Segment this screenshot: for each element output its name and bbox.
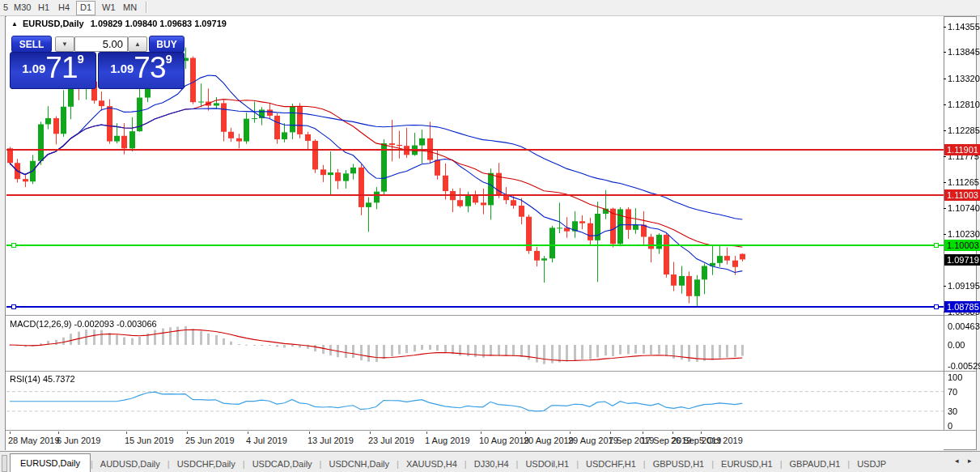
timeframe-toolbar: 5M30H1H4D1W1MN [0, 0, 980, 16]
date-axis[interactable]: 28 May 20196 Jun 201915 Jun 201925 Jun 2… [6, 432, 944, 450]
price-level-box: 1.09719 [944, 254, 980, 266]
date-tick-mark [672, 432, 673, 434]
timeframe-button-w1[interactable]: W1 [99, 1, 119, 14]
rsi-indicator-canvas[interactable] [6, 372, 944, 430]
date-tick-mark [248, 432, 248, 434]
price-axis-label: 1.11265 [948, 177, 979, 187]
rsi-axis-label: 0 [948, 421, 952, 431]
chart-tab[interactable]: AUDUSD,Daily [93, 455, 168, 472]
rsi-axis-label: 30 [948, 406, 957, 416]
price-axis-tick [944, 79, 946, 79]
chart-tab[interactable]: USDCHF,Daily [170, 455, 243, 472]
timeframe-button-m30[interactable]: M30 [11, 1, 34, 14]
volume-input[interactable] [74, 36, 128, 52]
date-tick-label: 25 Jun 2019 [185, 436, 235, 445]
chart-tab[interactable]: GBPUSD,H1 [646, 455, 712, 472]
price-axis-tick [944, 234, 946, 235]
chart-tab[interactable]: EURUSD,Daily [10, 453, 91, 472]
timeframe-button-h4[interactable]: H4 [55, 1, 73, 14]
rsi-axis-label: 70 [948, 387, 957, 397]
timeframe-button-mn[interactable]: MN [120, 1, 140, 14]
chevron-up-icon: ▲ [134, 40, 141, 48]
date-tick-mark [525, 432, 526, 434]
date-tick-mark [426, 432, 427, 434]
price-level-box: 1.11901 [944, 144, 980, 155]
tab-bar-notch [2, 455, 7, 472]
price-axis-tick [944, 182, 946, 183]
panel-separator[interactable] [6, 315, 976, 317]
chart-tab[interactable]: USDJP [850, 455, 893, 472]
volume-increase-button[interactable]: ▲ [128, 36, 147, 52]
date-tick-mark [481, 432, 482, 434]
timeframe-button-5[interactable]: 5 [0, 1, 11, 14]
chart-header: ▲EURUSD,Daily1.09829 1.09840 1.09683 1.0… [11, 19, 227, 30]
price-level-box: 1.08785 [944, 301, 980, 313]
price-level-box: 1.11003 [944, 189, 980, 201]
chart-tab[interactable]: USDCNH,Daily [321, 455, 397, 472]
date-tick-mark [701, 432, 702, 434]
date-tick-label: 13 Jul 2019 [308, 436, 354, 445]
panel-separator[interactable] [6, 371, 976, 372]
buy-big-figure: 1.09 [110, 62, 134, 75]
date-tick-label: 1 Aug 2019 [425, 436, 470, 445]
chart-tab[interactable]: GBPAUD,H1 [783, 455, 848, 472]
date-tick-mark [370, 432, 371, 434]
buy-button[interactable]: BUY [149, 36, 185, 53]
chevron-down-icon: ▼ [62, 40, 68, 48]
macd-axis-label: -0.005299 [948, 361, 980, 371]
date-tick-label: 10 Aug 2019 [479, 436, 529, 445]
chart-symbol-title: EURUSD,Daily [23, 19, 84, 28]
price-axis-tick [944, 286, 946, 287]
date-tick-mark [643, 432, 643, 434]
date-tick-label: 5 Oct 2019 [699, 436, 743, 445]
price-axis-label: 1.10230 [948, 229, 980, 239]
price-axis-label: 1.10740 [948, 203, 980, 213]
timeframe-button-d1[interactable]: D1 [76, 1, 95, 15]
date-tick-mark [126, 432, 127, 434]
sell-pipette: 9 [78, 52, 84, 66]
sell-price-tile[interactable]: 1.09719 [10, 52, 96, 89]
volume-decrease-button[interactable]: ▼ [55, 36, 74, 52]
chart-tab[interactable]: USDCHF,H1 [579, 455, 643, 472]
chart-tab[interactable]: USDCAD,Daily [245, 455, 320, 472]
price-axis-tick [944, 156, 946, 157]
date-tick-label: 20 Aug 2019 [524, 436, 574, 445]
price-axis-label: 1.13845 [948, 47, 980, 57]
buy-price-tile[interactable]: 1.09739 [98, 52, 185, 89]
price-axis-label: 1.14355 [948, 22, 980, 32]
price-level-box: 1.10003 [944, 240, 980, 251]
macd-axis-label: 0.00 [948, 340, 965, 350]
price-axis-label: 1.12810 [948, 100, 980, 109]
rsi-axis-label: 100 [948, 372, 962, 382]
price-axis-tick [944, 52, 946, 53]
price-axis-label: 1.09195 [948, 281, 980, 291]
macd-label: MACD(12,26,9) -0.002093 -0.003066 [10, 319, 157, 330]
chart-tab[interactable]: USDOil,H1 [518, 455, 576, 472]
chart-tab[interactable]: DJ30,H4 [467, 455, 516, 472]
price-axis-label: 1.12285 [948, 125, 980, 135]
date-tick-mark [58, 432, 59, 434]
tab-strip: EURUSD,Daily|AUDUSD,Daily|USDCHF,Daily|U… [10, 454, 893, 472]
sell-big-figure: 1.09 [22, 62, 45, 75]
tabs-scroll-left-icon[interactable]: ◂ [955, 457, 959, 465]
chart-ohlc-values: 1.09829 1.09840 1.09683 1.09719 [91, 19, 227, 28]
collapse-trade-panel-icon[interactable]: ▲ [11, 20, 18, 28]
date-tick-label: 28 May 2019 [8, 436, 60, 445]
date-tick-mark [570, 432, 571, 434]
sell-pips: 71 [45, 51, 77, 84]
rsi-label: RSI(14) 45.7372 [10, 374, 75, 385]
price-axis-tick [944, 104, 946, 105]
buy-pips: 73 [134, 51, 165, 84]
tabs-scroll-right-icon[interactable]: ▸ [968, 457, 972, 465]
price-axis-tick [944, 27, 946, 28]
buy-pipette: 9 [166, 52, 172, 66]
sell-button[interactable]: SELL [11, 36, 52, 53]
price-axis-label: 1.13320 [948, 74, 980, 83]
price-axis-tick [944, 208, 946, 209]
timeframe-button-h1[interactable]: H1 [35, 1, 53, 14]
date-tick-label: 15 Jun 2019 [125, 436, 174, 445]
date-tick-mark [187, 432, 188, 434]
chart-tab[interactable]: EURUSD,H1 [714, 455, 780, 472]
chart-tab[interactable]: XAUUSD,H4 [399, 455, 465, 472]
one-click-trade-panel: SELL ▼ ▲ BUY 1.09719 1.09739 [10, 34, 185, 89]
